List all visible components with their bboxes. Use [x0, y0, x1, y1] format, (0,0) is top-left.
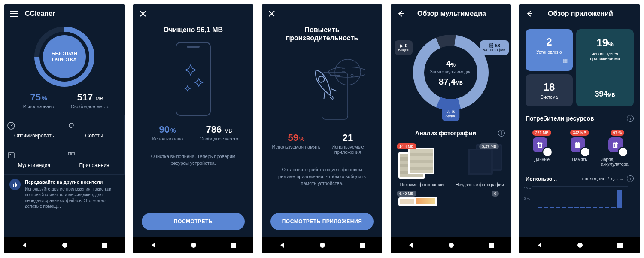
tile-apps[interactable]: Приложения	[64, 145, 125, 175]
photo-group-3[interactable]: 6,49 MB	[397, 191, 447, 204]
card-installed[interactable]: 2 Установлено ▦	[526, 29, 573, 71]
bulb-icon	[67, 121, 122, 130]
tile-tips[interactable]: Советы	[64, 115, 125, 145]
tip-title: Передавайте на другие носители	[25, 179, 119, 185]
screen-home: CCleaner БЫСТРАЯ ОЧИСТКА 75% Использован…	[4, 4, 125, 253]
chip-video[interactable]: ▶0 Видео	[395, 40, 413, 55]
tip-card[interactable]: Передавайте на другие носители Используй…	[4, 175, 125, 214]
android-navbar	[133, 237, 253, 253]
topbar	[262, 4, 382, 23]
svg-point-14	[342, 68, 345, 72]
consumer-data[interactable]: 271 MB 🗑 Данные	[526, 130, 558, 167]
menu-icon[interactable]	[9, 9, 19, 18]
info-icon[interactable]: i	[627, 115, 634, 122]
boost-headline: Повысить производительность	[262, 23, 382, 42]
info-icon[interactable]: i	[498, 130, 505, 137]
topbar: Обзор мультимедиа	[391, 4, 511, 23]
nav-back-icon[interactable]	[279, 242, 286, 249]
consumer-battery[interactable]: 97 % 🗑 Заряд аккумулятора	[601, 130, 634, 167]
nav-back-icon[interactable]	[150, 242, 157, 249]
svg-point-19	[320, 243, 325, 248]
back-icon[interactable]	[396, 9, 405, 18]
svg-point-15	[351, 74, 353, 77]
tile-optimize[interactable]: Оптимизировать	[4, 115, 64, 145]
media-donut-chart: 4% Занято мультимедиа 87,4MB ▶0 Видео 🖼5…	[410, 32, 492, 113]
nav-home-icon[interactable]	[448, 242, 455, 249]
boost-subtext: Остановите работающие в фоновом режиме п…	[262, 161, 382, 193]
svg-rect-2	[8, 153, 14, 158]
storage-stats: 90% Использовано 786 MB Свободное место	[133, 124, 253, 147]
bad-photos-group[interactable]: 3,27 MB Неудачные фотографии	[455, 144, 505, 187]
nav-recent-icon[interactable]	[359, 242, 365, 248]
svg-rect-20	[360, 243, 365, 248]
screen-title: Обзор приложений	[540, 10, 621, 18]
nav-home-icon[interactable]	[190, 242, 197, 249]
svg-rect-7	[102, 243, 107, 248]
nav-recent-icon[interactable]	[488, 242, 494, 248]
svg-rect-17	[330, 75, 340, 76]
storage-stats: 75% Использовано 517 MB Свободное место	[4, 92, 125, 115]
free-value: 517	[77, 92, 93, 103]
screen-apps: Обзор приложений 2 Установлено ▦ 18 Сист…	[519, 4, 640, 253]
image-icon	[7, 151, 61, 160]
svg-rect-4	[68, 152, 71, 155]
svg-point-1	[69, 123, 73, 127]
memory-stats: 59% Используемая память 21 Используемые …	[262, 132, 382, 161]
gauge-icon	[7, 121, 61, 130]
nav-recent-icon[interactable]	[102, 242, 108, 248]
nav-home-icon[interactable]	[577, 242, 583, 249]
info-icon[interactable]: i	[627, 175, 634, 182]
cleaned-headline: Очищено 96,1 MB	[133, 23, 253, 34]
svg-point-10	[191, 243, 196, 248]
svg-rect-5	[72, 152, 74, 155]
nav-recent-icon[interactable]	[231, 242, 237, 248]
used-value: 75	[30, 92, 41, 103]
svg-rect-11	[231, 243, 236, 248]
android-navbar	[262, 237, 382, 253]
topbar: CCleaner	[4, 4, 125, 23]
screen-cleaned: Очищено 96,1 MB 90% Использовано 786 MB …	[133, 4, 253, 253]
back-icon[interactable]	[525, 9, 534, 18]
similar-photos-group[interactable]: 14,4 MB Похожие фотографии	[397, 144, 447, 187]
consumer-memory[interactable]: 343 MB 🗑 Память	[563, 130, 596, 167]
svg-point-3	[10, 154, 11, 155]
svg-point-26	[577, 243, 583, 248]
android-navbar	[4, 237, 125, 253]
section-consumers: Потребители ресурсов	[526, 115, 623, 122]
screen-boost: Повысить производительность 59%	[262, 4, 382, 253]
chip-audio[interactable]: ♫5 Аудио	[442, 106, 459, 121]
view-button[interactable]: ПОСМОТРЕТЬ	[142, 213, 245, 230]
close-icon[interactable]	[267, 9, 276, 18]
nav-home-icon[interactable]	[319, 242, 326, 249]
rocket-illustration	[262, 42, 382, 132]
close-icon[interactable]	[138, 9, 148, 18]
card-apps-usage[interactable]: 19% используется приложениями 394MB	[576, 29, 634, 106]
apps-icon	[67, 151, 122, 160]
tile-media[interactable]: Мультимедиа	[4, 145, 64, 175]
svg-rect-25	[489, 243, 494, 248]
svg-rect-9	[187, 46, 200, 48]
nav-recent-icon[interactable]	[617, 242, 623, 248]
nav-back-icon[interactable]	[536, 242, 543, 249]
tip-body: Используйте другие приложения, такие как…	[25, 186, 119, 209]
nav-home-icon[interactable]	[61, 242, 68, 249]
svg-point-6	[62, 243, 67, 248]
svg-point-24	[449, 243, 454, 248]
chip-photo[interactable]: 🖼53 Фотографии	[480, 40, 509, 55]
section-photo-analysis: Анализ фотографий	[397, 130, 495, 137]
quick-clean-label: БЫСТРАЯ ОЧИСТКА	[43, 35, 86, 78]
quick-clean-ring[interactable]: БЫСТРАЯ ОЧИСТКА	[34, 27, 94, 87]
svg-rect-27	[617, 243, 623, 248]
topbar	[133, 4, 253, 23]
view-apps-button[interactable]: ПОСМОТРЕТЬ ПРИЛОЖЕНИЯ	[270, 213, 374, 230]
photo-group-4[interactable]: 0	[455, 191, 505, 204]
android-navbar	[391, 237, 511, 253]
thumbs-up-icon	[9, 179, 21, 190]
chevron-down-icon: ⌄	[620, 176, 623, 181]
period-dropdown[interactable]: последние 7 д… ⌄	[582, 176, 623, 182]
card-system[interactable]: 18 Система	[526, 74, 573, 106]
app-title: CCleaner	[25, 10, 55, 18]
usage-bar-chart	[532, 186, 628, 208]
nav-back-icon[interactable]	[21, 242, 28, 249]
nav-back-icon[interactable]	[407, 242, 414, 249]
